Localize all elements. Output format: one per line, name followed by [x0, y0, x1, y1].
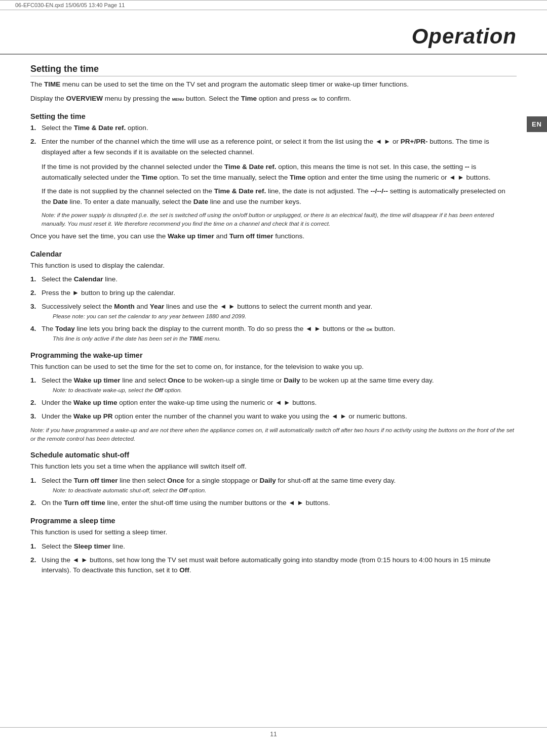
sub-section-title-wakeup: Programming the wake-up timer	[30, 351, 517, 359]
section-title-setting-time-main: Setting the time	[30, 64, 517, 76]
list-item: 2. Press the ► button to bring up the ca…	[30, 288, 517, 299]
list-item: 1. Select the Sleep timer line.	[30, 541, 517, 552]
setting-time-intro2: Display the OVERVIEW menu by pressing th…	[30, 94, 517, 104]
calendar-steps: 1. Select the Calendar line. 2. Press th…	[30, 274, 517, 343]
top-bar-text: 06-EFC030-EN.qxd 15/06/05 13:40 Page 11	[15, 2, 125, 8]
shutoff-intro: This function lets you set a time when t…	[30, 461, 517, 472]
setting-time-steps: 1. Select the Time & Date ref. option. 2…	[30, 123, 517, 158]
sub-section-title-calendar: Calendar	[30, 250, 517, 258]
list-item: 4. The Today line lets you bring back th…	[30, 324, 517, 343]
wakeup-steps: 1. Select the Wake up timer line and sel…	[30, 375, 517, 422]
en-badge: EN	[527, 116, 547, 132]
operation-header: Operation	[0, 10, 547, 55]
calendar-intro: This function is used to display the cal…	[30, 261, 517, 271]
main-content: Setting the time The TIME menu can be us…	[0, 64, 547, 600]
list-item: 2. On the Turn off time line, enter the …	[30, 498, 517, 509]
list-item: 2. Enter the number of the channel which…	[30, 137, 517, 158]
wakeup-note-deactivate: Note: to deactivate wake-up, select the …	[42, 386, 517, 395]
sub-section-title-shutoff: Schedule automatic shut-off	[30, 451, 517, 459]
sleep-intro: This function is used for setting a slee…	[30, 527, 517, 538]
page-title: Operation	[30, 24, 517, 49]
list-item: 2. Using the ◄ ► buttons, set how long t…	[30, 555, 517, 576]
setting-time-block2: If the date is not supplied by the chann…	[30, 186, 517, 207]
shutoff-note-deactivate: Note: to deactivate automatic shut-off, …	[42, 486, 517, 495]
wakeup-intro: This function can be used to set the tim…	[30, 362, 517, 372]
setting-time-note1: Note: if the power supply is disrupted (…	[30, 211, 517, 228]
setting-time-block1: If the time is not provided by the chann…	[30, 162, 517, 183]
list-item: 2. Under the Wake up time option enter t…	[30, 398, 517, 408]
list-item: 3. Successively select the Month and Yea…	[30, 302, 517, 321]
list-item: 1. Select the Time & Date ref. option.	[30, 123, 517, 134]
sub-section-title-setting-time: Setting the time	[30, 112, 517, 120]
sleep-steps: 1. Select the Sleep timer line. 2. Using…	[30, 541, 517, 576]
sub-section-title-sleep: Programme a sleep time	[30, 517, 517, 525]
setting-time-outro: Once you have set the time, you can use …	[30, 231, 517, 242]
calendar-note3: Please note: you can set the calendar to…	[42, 312, 517, 321]
list-item: 1. Select the Turn off timer line then s…	[30, 476, 517, 495]
top-bar: 06-EFC030-EN.qxd 15/06/05 13:40 Page 11	[0, 0, 547, 10]
list-item: 1. Select the Wake up timer line and sel…	[30, 375, 517, 395]
list-item: 1. Select the Calendar line.	[30, 274, 517, 285]
wakeup-note-auto: Note: if you have programmed a wake-up a…	[30, 426, 517, 443]
page-number: 11	[270, 731, 277, 738]
bottom-bar: 11	[0, 727, 547, 741]
shutoff-steps: 1. Select the Turn off timer line then s…	[30, 476, 517, 509]
setting-time-intro1: The TIME menu can be used to set the tim…	[30, 79, 517, 90]
calendar-note4: This line is only active if the date has…	[42, 334, 517, 343]
page: 06-EFC030-EN.qxd 15/06/05 13:40 Page 11 …	[0, 0, 547, 756]
list-item: 3. Under the Wake up PR option enter the…	[30, 411, 517, 422]
